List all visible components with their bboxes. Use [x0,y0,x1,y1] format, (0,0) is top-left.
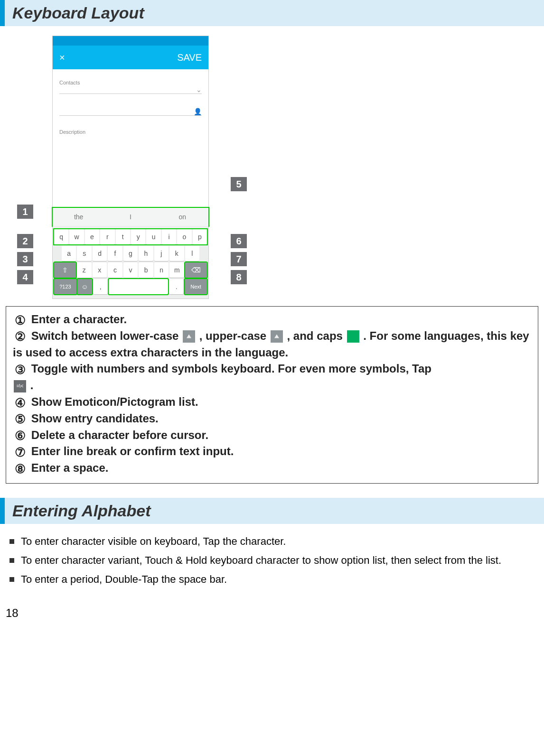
legend-text: Show Emoticon/Pictogram list. [31,395,198,408]
circled-4: ④ [13,396,27,410]
keyboard-row-2: a s d f g h j k l [54,246,207,261]
section-header-keyboard-layout: Keyboard Layout [0,0,544,26]
shift-uppercase-icon [271,330,283,343]
app-bar: × SAVE [53,46,208,69]
key: h [139,246,153,261]
keyboard-layout-figure: 1 2 3 4 5 6 7 8 × SAVE Contacts ⌄ 👤 Desc… [9,36,252,301]
circled-2: ② [13,329,27,344]
legend-box: ① Enter a character. ② Switch between lo… [6,306,538,484]
circled-8: ⑧ [13,462,27,476]
emoji-key: ☺ [77,279,92,294]
key: f [108,246,122,261]
section-title: Keyboard Layout [12,4,536,22]
key: r [100,229,114,244]
symbols-key: ?123 [54,279,76,294]
field-line: 👤 [59,107,202,116]
key: n [154,262,169,278]
space-key [109,279,168,294]
key: j [154,246,169,261]
key: g [123,246,138,261]
key: s [77,246,91,261]
callout-4: 4 [17,270,33,284]
keyboard: q w e r t y u i o p a s d f g h j k l [53,226,208,299]
contact-form: Contacts ⌄ 👤 Description [53,69,208,208]
legend-text: Enter a character. [31,313,127,326]
key: m [169,262,184,278]
period-key: . [169,279,184,294]
key: p [193,229,207,244]
key: a [62,246,76,261]
enter-key: Next [185,279,207,294]
section-title: Entering Alphabet [12,502,536,520]
suggestion-3: on [157,208,208,226]
comma-key: , [93,279,108,294]
key: k [169,246,184,261]
legend-item-8: ⑧ Enter a space. [13,460,531,476]
legend-text: Show entry candidates. [31,412,159,425]
legend-text: Enter line break or confirm text input. [31,445,234,457]
bullet-list: To enter character visible on keyboard, … [6,533,538,588]
bullet-item: To enter a period, Double-Tap the space … [6,571,538,588]
circled-5: ⑤ [13,412,27,426]
circled-3: ③ [13,363,27,377]
keyboard-row-1: q w e r t y u i o p [54,229,207,244]
more-symbols-icon: =\< [14,380,26,392]
circled-6: ⑥ [13,429,27,443]
circled-1: ① [13,313,27,327]
key: d [93,246,107,261]
field-label-contacts: Contacts [59,80,202,85]
key: b [139,262,153,278]
key: e [85,229,99,244]
key: z [77,262,92,278]
phone-screenshot: × SAVE Contacts ⌄ 👤 Description the I on… [52,36,209,299]
field-label: Description [59,129,202,135]
callout-5: 5 [231,177,247,191]
close-icon: × [59,52,65,63]
callout-1: 1 [17,205,33,219]
legend-item-3: ③ Toggle with numbers and symbols keyboa… [13,361,531,394]
key: c [108,262,122,278]
callout-7: 7 [231,252,247,266]
status-bar [53,36,208,46]
legend-item-1: ① Enter a character. [13,311,531,328]
section-header-entering-alphabet: Entering Alphabet [0,498,544,524]
key: v [123,262,138,278]
suggestion-1: the [53,208,104,226]
save-label: SAVE [177,52,202,63]
shift-lowercase-icon [183,330,195,343]
key: y [131,229,145,244]
legend-item-4: ④ Show Emoticon/Pictogram list. [13,394,531,411]
legend-text: Enter a space. [31,461,109,474]
key: x [93,262,107,278]
bullet-item: To enter character variant, Touch & Hold… [6,552,538,569]
circled-7: ⑦ [13,445,27,459]
legend-text: Toggle with numbers and symbols keyboard… [31,362,431,375]
field-line: ⌄ [59,85,202,94]
callout-8: 8 [231,270,247,284]
key: t [116,229,130,244]
backspace-key: ⌫ [185,262,207,278]
key: i [162,229,176,244]
legend-text: Delete a character before cursor. [31,429,209,441]
legend-item-2: ② Switch between lower-case , upper-case… [13,328,531,361]
legend-text: . [30,379,34,392]
legend-item-5: ⑤ Show entry candidates. [13,411,531,427]
page-number: 18 [6,607,544,620]
callout-2: 2 [17,234,33,248]
legend-text: , and caps [287,329,346,342]
suggestion-2: I [104,208,156,226]
key: u [146,229,160,244]
keyboard-row-4: ?123 ☺ , . Next [54,279,207,294]
field-placeholder [59,135,202,140]
legend-item-6: ⑥ Delete a character before cursor. [13,427,531,444]
suggestion-row: the I on [53,208,208,226]
bullet-item: To enter character visible on keyboard, … [6,533,538,550]
key: w [69,229,84,244]
shift-key: ⇧ [54,262,76,278]
keyboard-row-3: ⇧ z x c v b n m ⌫ [54,262,207,278]
legend-text: , upper-case [199,329,270,342]
callout-3: 3 [17,252,33,266]
key: q [54,229,68,244]
legend-item-7: ⑦ Enter line break or confirm text input… [13,443,531,460]
shift-caps-icon [347,330,359,343]
